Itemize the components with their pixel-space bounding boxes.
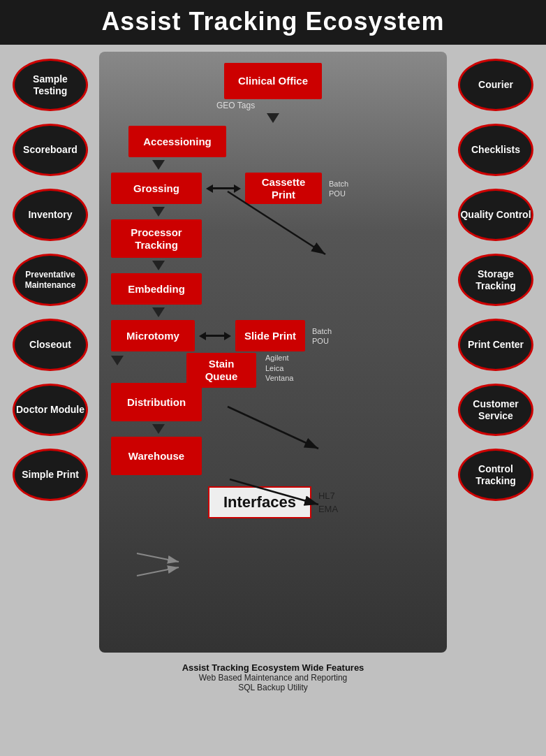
ventana-label: Ventana bbox=[265, 373, 293, 383]
batch-pou-slide-label: BatchPOU bbox=[312, 326, 332, 347]
btn-checklists[interactable]: Checklists bbox=[458, 124, 533, 176]
btn-closeout[interactable]: Closeout bbox=[13, 319, 88, 371]
btn-simple-print[interactable]: Simple Print bbox=[13, 449, 88, 501]
hl7-label: HL7 bbox=[318, 489, 338, 503]
box-slide-print[interactable]: Slide Print bbox=[235, 320, 305, 351]
page-wrapper: Assist Tracking Ecosystem Sample Testing… bbox=[0, 0, 546, 756]
main-layout: Sample Testing Scoreboard Inventory Prev… bbox=[0, 45, 546, 653]
arrow-clinical-to-accessioning bbox=[267, 113, 279, 123]
svg-line-6 bbox=[137, 553, 179, 562]
arrow-processor-to-embedding bbox=[152, 261, 165, 270]
interfaces-label[interactable]: Interfaces bbox=[208, 486, 311, 518]
btn-doctor-module[interactable]: Doctor Module bbox=[13, 384, 88, 436]
btn-print-center[interactable]: Print Center bbox=[458, 319, 533, 371]
box-processor-tracking[interactable]: Processor Tracking bbox=[111, 219, 202, 258]
leica-label: Leica bbox=[265, 363, 293, 373]
box-warehouse[interactable]: Warehouse bbox=[111, 437, 202, 475]
svg-line-7 bbox=[137, 567, 179, 576]
left-column: Sample Testing Scoreboard Inventory Prev… bbox=[6, 52, 95, 501]
btn-scoreboard[interactable]: Scoreboard bbox=[13, 124, 88, 176]
arrow-distribution-to-warehouse bbox=[152, 424, 165, 434]
agilent-label: Agilent bbox=[265, 353, 293, 363]
interfaces-box: Interfaces HL7 EMA bbox=[208, 486, 338, 518]
arrow-microtomy-to-distribution bbox=[111, 356, 124, 365]
arrow-grossing-to-processor bbox=[152, 207, 165, 217]
btn-inventory[interactable]: Inventory bbox=[13, 189, 88, 241]
ema-label: EMA bbox=[318, 502, 338, 516]
btn-courier[interactable]: Courier bbox=[458, 59, 533, 111]
title-bar: Assist Tracking Ecosystem bbox=[0, 0, 546, 45]
btn-quality-control[interactable]: Quality Control bbox=[458, 189, 533, 241]
right-column: Courier Checklists Quality Control Stora… bbox=[451, 52, 540, 501]
box-microtomy[interactable]: Microtomy bbox=[111, 320, 195, 351]
features-line1: Web Based Maintenance and Reporting bbox=[0, 673, 546, 683]
arrow-embedding-to-microtomy bbox=[152, 307, 165, 317]
box-cassette-print[interactable]: Cassette Print bbox=[245, 173, 322, 204]
center-panel: Clinical Office GEO Tags Accessioning bbox=[99, 52, 447, 653]
interfaces-section: Interfaces HL7 EMA bbox=[108, 486, 438, 518]
box-embedding[interactable]: Embedding bbox=[111, 273, 202, 305]
page-title: Assist Tracking Ecosystem bbox=[0, 7, 546, 36]
arrow-acc-to-grossing bbox=[152, 160, 165, 170]
btn-customer-service[interactable]: Customer Service bbox=[458, 384, 533, 436]
batch-pou-cassette-label: BatchPOU bbox=[329, 179, 348, 199]
box-accessioning[interactable]: Accessioning bbox=[128, 126, 226, 157]
features-line2: SQL Backup Utility bbox=[0, 683, 546, 692]
bottom-features: Assist Tracking Ecosystem Wide Features … bbox=[0, 653, 546, 699]
geo-tags-label: GEO Tags bbox=[216, 101, 255, 110]
box-clinical-office[interactable]: Clinical Office bbox=[224, 63, 322, 99]
box-distribution[interactable]: Distribution bbox=[111, 383, 202, 421]
btn-sample-testing[interactable]: Sample Testing bbox=[13, 59, 88, 111]
btn-storage-tracking[interactable]: Storage Tracking bbox=[458, 254, 533, 306]
box-grossing[interactable]: Grossing bbox=[111, 173, 202, 204]
features-title: Assist Tracking Ecosystem Wide Features bbox=[0, 662, 546, 673]
btn-control-tracking[interactable]: Control Tracking bbox=[458, 449, 533, 501]
btn-preventative-maintenance[interactable]: Preventative Maintenance bbox=[13, 254, 88, 306]
